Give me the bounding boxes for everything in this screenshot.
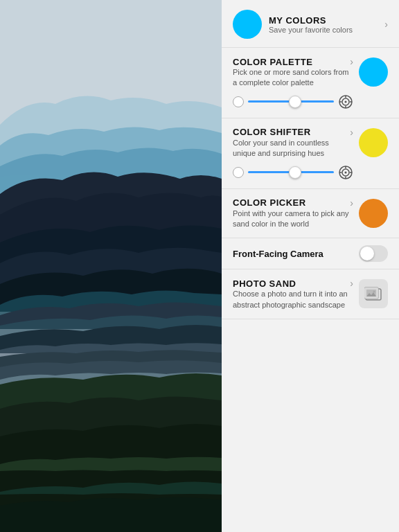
slider-start-circle bbox=[233, 96, 244, 107]
photo-sand-desc: Choose a photo and turn it into an abstr… bbox=[233, 289, 353, 310]
color-picker-chevron: › bbox=[350, 197, 353, 209]
svg-point-4 bbox=[345, 100, 347, 103]
right-panel: MY COLORS Save your favorite colors › CO… bbox=[222, 0, 399, 532]
my-colors-subtitle: Save your favorite colors bbox=[269, 26, 375, 34]
color-picker-content: COLOR PICKER › Point with your camera to… bbox=[233, 197, 353, 230]
color-palette-slider-thumb[interactable] bbox=[289, 96, 301, 108]
landscape-image bbox=[0, 0, 222, 532]
color-shifter-slider-track[interactable] bbox=[248, 171, 334, 173]
photo-sand-section[interactable]: PHOTO SAND › Choose a photo and turn it … bbox=[222, 269, 399, 319]
svg-point-20 bbox=[373, 291, 375, 293]
my-colors-chevron: › bbox=[384, 19, 388, 30]
color-shifter-slider-thumb[interactable] bbox=[289, 166, 301, 179]
my-colors-swatch bbox=[233, 10, 262, 39]
color-palette-desc: Pick one or more sand colors from a comp… bbox=[233, 67, 353, 89]
color-palette-chevron: › bbox=[350, 56, 353, 67]
color-shifter-title: COLOR SHIFTER bbox=[233, 127, 311, 137]
color-picker-swatch bbox=[359, 199, 388, 228]
svg-point-11 bbox=[345, 171, 347, 173]
color-picker-section[interactable]: COLOR PICKER › Point with your camera to… bbox=[222, 189, 399, 239]
color-shifter-slider-start bbox=[233, 167, 244, 178]
toggle-knob bbox=[360, 247, 374, 260]
front-facing-camera-label: Front-Facing Camera bbox=[233, 249, 323, 259]
color-shifter-target-icon bbox=[338, 165, 353, 180]
color-palette-slider-track[interactable] bbox=[248, 100, 334, 103]
color-shifter-content: COLOR SHIFTER › Color your sand in count… bbox=[233, 127, 353, 180]
front-facing-camera-row[interactable]: Front-Facing Camera bbox=[222, 238, 399, 269]
color-palette-target-icon bbox=[338, 94, 353, 109]
photo-sand-header: PHOTO SAND › bbox=[233, 278, 353, 289]
my-colors-text: MY COLORS Save your favorite colors bbox=[269, 15, 375, 34]
color-palette-content: COLOR PALETTE › Pick one or more sand co… bbox=[233, 56, 353, 109]
color-picker-title: COLOR PICKER bbox=[233, 197, 306, 208]
front-facing-camera-toggle[interactable] bbox=[359, 245, 388, 262]
color-palette-header: COLOR PALETTE › bbox=[233, 56, 353, 67]
color-palette-title: COLOR PALETTE bbox=[233, 57, 312, 67]
color-shifter-header: COLOR SHIFTER › bbox=[233, 127, 353, 138]
photo-sand-content: PHOTO SAND › Choose a photo and turn it … bbox=[233, 278, 353, 310]
my-colors-title: MY COLORS bbox=[269, 15, 375, 26]
color-picker-desc: Point with your camera to pick any sand … bbox=[233, 209, 353, 230]
photo-sand-swatch bbox=[359, 279, 388, 308]
photo-sand-title: PHOTO SAND bbox=[233, 278, 296, 289]
photo-sand-chevron: › bbox=[350, 278, 353, 289]
color-picker-header: COLOR PICKER › bbox=[233, 197, 353, 209]
color-shifter-section[interactable]: COLOR SHIFTER › Color your sand in count… bbox=[222, 118, 399, 189]
color-palette-section[interactable]: COLOR PALETTE › Pick one or more sand co… bbox=[222, 48, 399, 118]
color-shifter-swatch bbox=[359, 128, 388, 157]
color-shifter-desc: Color your sand in countless unique and … bbox=[233, 138, 353, 159]
color-palette-swatch bbox=[359, 57, 388, 87]
color-palette-slider-row[interactable] bbox=[233, 94, 353, 109]
color-shifter-chevron: › bbox=[350, 127, 353, 138]
my-colors-section[interactable]: MY COLORS Save your favorite colors › bbox=[222, 0, 399, 48]
color-shifter-slider-row[interactable] bbox=[233, 165, 353, 180]
